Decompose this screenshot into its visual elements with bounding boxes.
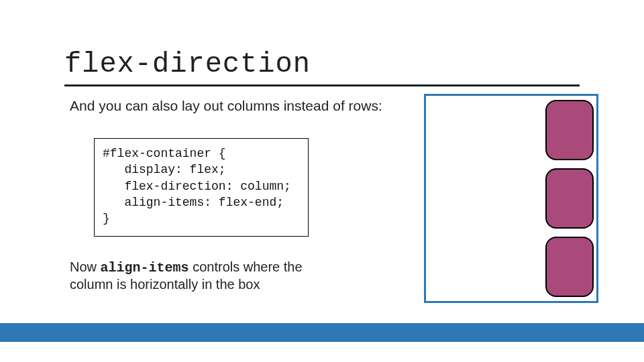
closing-pre: Now [70, 259, 101, 274]
code-line: flex-direction: column; [103, 180, 291, 193]
flex-container-demo [424, 94, 598, 303]
footer-accent-bar [0, 323, 644, 342]
code-sample: #flex-container { display: flex; flex-di… [94, 138, 309, 237]
code-line: } [103, 212, 110, 225]
title-underline [64, 84, 580, 86]
flex-item [545, 100, 594, 160]
flex-item [545, 168, 594, 229]
code-line: align-items: flex-end; [103, 196, 284, 209]
code-line: display: flex; [103, 163, 226, 176]
code-line: #flex-container { [103, 147, 226, 160]
slide: flex-direction And you can also lay out … [0, 0, 644, 362]
flex-item [545, 237, 594, 297]
closing-keyword: align-items [101, 260, 189, 276]
intro-text: And you can also lay out columns instead… [70, 98, 382, 114]
closing-text: Now align-items controls where the colum… [70, 259, 311, 293]
slide-title: flex-direction [64, 48, 311, 80]
